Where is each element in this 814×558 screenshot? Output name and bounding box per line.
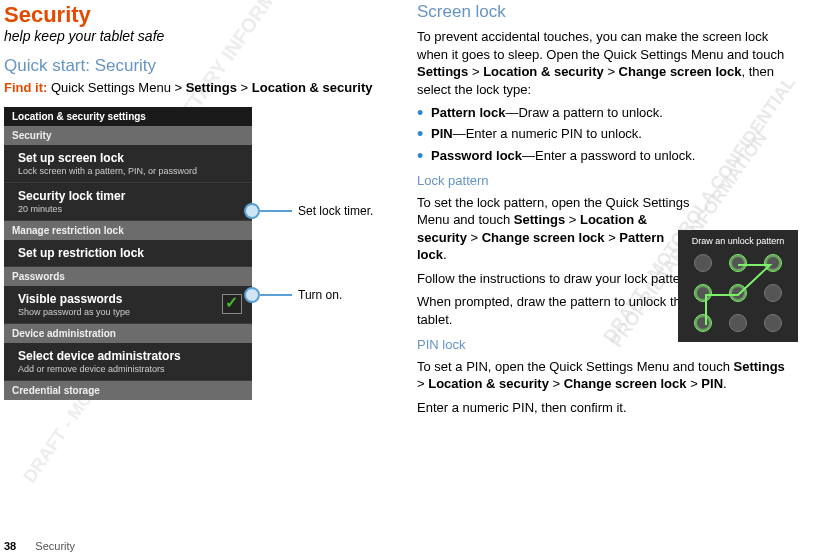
lock-type-pin: PIN—Enter a numeric PIN to unlock. (417, 125, 794, 143)
settings-screenshot: Location & security settings Security Se… (4, 107, 252, 400)
callout-set-lock-timer: Set lock timer. (244, 203, 373, 219)
settings-section-device-admin: Device administration (4, 324, 252, 343)
footer-section-label: Security (35, 540, 75, 552)
lock-pattern-body-3: When prompted, draw the pattern to unloc… (417, 293, 697, 328)
screen-lock-heading: Screen lock (417, 2, 794, 22)
find-it-label: Find it: (4, 80, 47, 95)
settings-section-restriction: Manage restriction lock (4, 221, 252, 240)
lock-type-password: Password lock—Enter a password to unlock… (417, 147, 794, 165)
callout-turn-on: Turn on. (244, 287, 342, 303)
unlock-pattern-widget: Draw an unlock pattern (678, 230, 798, 342)
callout-line-icon (260, 210, 292, 212)
pattern-dot[interactable] (729, 284, 747, 302)
row-select-device-administrators[interactable]: Select device administrators Add or remo… (4, 343, 252, 381)
settings-header: Location & security settings (4, 107, 252, 126)
pattern-dot[interactable] (694, 254, 712, 272)
page-number: 38 (4, 540, 16, 552)
screen-lock-intro: To prevent accidental touches, you can m… (417, 28, 794, 98)
lock-type-list: Pattern lock—Draw a pattern to unlock. P… (417, 104, 794, 165)
pattern-dot[interactable] (764, 314, 782, 332)
pattern-dot[interactable] (729, 254, 747, 272)
callout-dot-icon (244, 203, 260, 219)
lock-pattern-body-1: To set the lock pattern, open the Quick … (417, 194, 697, 264)
page-tagline: help keep your tablet safe (4, 28, 381, 44)
settings-section-security: Security (4, 126, 252, 145)
unlock-pattern-label: Draw an unlock pattern (678, 236, 798, 246)
settings-section-credential-storage: Credential storage (4, 381, 252, 400)
pattern-dot[interactable] (729, 314, 747, 332)
find-it-line: Find it: Quick Settings Menu > Settings … (4, 80, 381, 97)
pattern-dot[interactable] (764, 284, 782, 302)
pattern-dot[interactable] (694, 284, 712, 302)
page-section-title: Security (4, 2, 381, 28)
settings-section-passwords: Passwords (4, 267, 252, 286)
pin-lock-body-2: Enter a numeric PIN, then confirm it. (417, 399, 794, 417)
pattern-dot[interactable] (694, 314, 712, 332)
row-set-up-screen-lock[interactable]: Set up screen lock Lock screen with a pa… (4, 145, 252, 183)
visible-passwords-checkbox[interactable] (222, 294, 242, 314)
callout-dot-icon (244, 287, 260, 303)
row-visible-passwords[interactable]: Visible passwords Show password as you t… (4, 286, 252, 324)
timer-indicator-icon (224, 192, 242, 210)
row-set-up-restriction-lock[interactable]: Set up restriction lock (4, 240, 252, 267)
page-footer: 38 Security (4, 540, 75, 552)
callout-line-icon (260, 294, 292, 296)
lock-pattern-heading: Lock pattern (417, 173, 794, 188)
pin-lock-body-1: To set a PIN, open the Quick Settings Me… (417, 358, 794, 393)
lock-type-pattern: Pattern lock—Draw a pattern to unlock. (417, 104, 794, 122)
pattern-dot[interactable] (764, 254, 782, 272)
quick-start-heading: Quick start: Security (4, 56, 381, 76)
row-security-lock-timer[interactable]: Security lock timer 20 minutes (4, 183, 252, 221)
lock-pattern-body-2: Follow the instructions to draw your loc… (417, 270, 697, 288)
